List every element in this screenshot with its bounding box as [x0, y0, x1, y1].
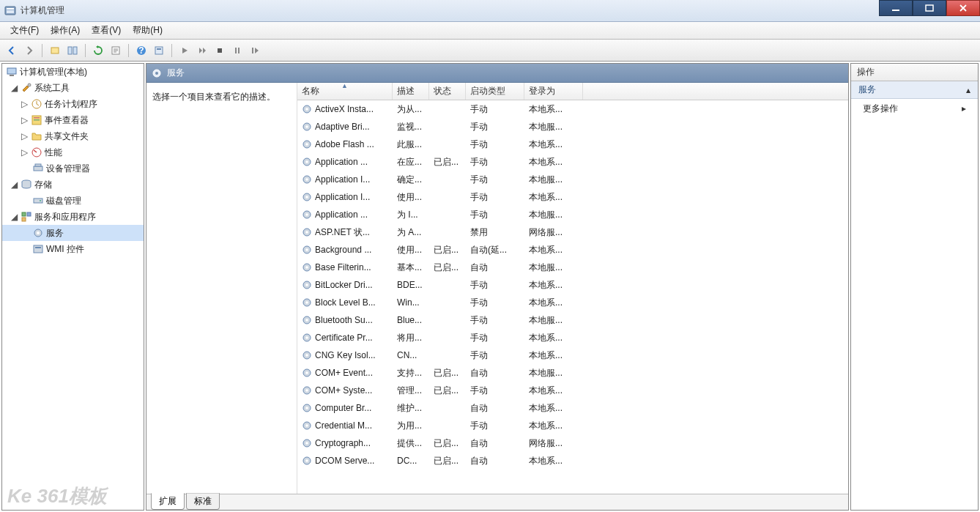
services-header: 服务: [146, 64, 848, 83]
gear-icon: [302, 157, 312, 167]
service-startup-cell: 手动: [466, 174, 524, 186]
service-row[interactable]: Base Filterin...基本...已启...自动本地服...: [297, 259, 848, 276]
service-row[interactable]: CNG Key Isol...CN...手动本地系...: [297, 346, 848, 364]
actions-more[interactable]: 更多操作 ▸: [851, 99, 978, 118]
svg-point-42: [305, 125, 308, 128]
service-name-cell: COM+ Event...: [297, 368, 393, 378]
tree-disk-management[interactable]: 磁盘管理: [2, 193, 144, 209]
service-row[interactable]: Certificate Pr...将用...手动本地系...: [297, 329, 848, 346]
expand-icon[interactable]: ▷: [20, 116, 29, 125]
separator: [42, 44, 42, 57]
tree-systools[interactable]: ◢ 系统工具: [2, 80, 144, 96]
svg-rect-15: [238, 48, 240, 53]
tree-label: 计算机管理(本地): [20, 66, 87, 78]
tree-event-viewer[interactable]: ▷ 事件查看器: [2, 112, 144, 128]
menu-view[interactable]: 查看(V): [86, 22, 127, 39]
expand-icon[interactable]: ▷: [20, 148, 29, 157]
properties-button[interactable]: [152, 43, 166, 58]
service-row[interactable]: Computer Br...维护...自动本地系...: [297, 399, 848, 417]
services-rows[interactable]: ActiveX Insta...为从...手动本地系...Adaptive Br…: [297, 100, 848, 494]
tree-task-scheduler[interactable]: ▷ 任务计划程序: [2, 96, 144, 112]
tree-services-apps[interactable]: ◢ 服务和应用程序: [2, 209, 144, 225]
collapse-icon[interactable]: ◢: [10, 84, 18, 92]
close-button[interactable]: [946, 0, 980, 16]
service-row[interactable]: Credential M...为用...手动本地系...: [297, 417, 848, 434]
pause-button[interactable]: [230, 43, 245, 58]
back-button[interactable]: [4, 43, 19, 58]
console-button[interactable]: [65, 43, 80, 58]
maximize-button[interactable]: [913, 0, 946, 16]
col-logon[interactable]: 登录为: [524, 83, 583, 100]
help-button[interactable]: ?: [134, 43, 149, 58]
service-startup-cell: 手动: [466, 156, 524, 168]
start-all-button[interactable]: [195, 43, 209, 58]
service-row[interactable]: BitLocker Dri...BDE...手动本地系...: [297, 276, 848, 294]
service-desc-cell: 确定...: [393, 174, 429, 186]
tools-icon: [21, 82, 32, 94]
service-name-cell: COM+ Syste...: [297, 385, 393, 396]
service-row[interactable]: Application ...在应...已启...手动本地系...: [297, 153, 848, 171]
stop-button[interactable]: [212, 43, 227, 58]
svg-point-54: [305, 231, 308, 234]
tree-label: 系统工具: [34, 82, 70, 94]
tree-device-manager[interactable]: 设备管理器: [2, 160, 144, 177]
tree-performance[interactable]: ▷ 性能: [2, 144, 144, 160]
collapse-icon[interactable]: ◢: [10, 212, 18, 221]
service-name-cell: Application I...: [297, 192, 393, 202]
col-startup[interactable]: 启动类型: [466, 83, 524, 100]
tab-standard[interactable]: 标准: [186, 493, 220, 510]
collapse-icon[interactable]: ◢: [10, 180, 18, 189]
service-startup-cell: 禁用: [466, 226, 524, 239]
service-row[interactable]: Background ...使用...已启...自动(延...本地系...: [297, 241, 848, 259]
export-button[interactable]: [108, 43, 123, 58]
service-startup-cell: 手动: [466, 191, 524, 204]
service-row[interactable]: Bluetooth Su...Blue...手动本地服...: [297, 311, 848, 329]
refresh-button[interactable]: [91, 43, 105, 58]
service-row[interactable]: Adobe Flash ...此服...手动本地系...: [297, 136, 848, 153]
expand-icon[interactable]: ▷: [20, 132, 29, 141]
service-logon-cell: 本地系...: [524, 385, 583, 397]
main-layout: 计算机管理(本地) ◢ 系统工具 ▷ 任务计划程序 ▷ 事件查看器 ▷ 共享文件…: [0, 62, 980, 512]
service-row[interactable]: Application ...为 I...手动本地服...: [297, 206, 848, 223]
service-row[interactable]: COM+ Syste...管理...已启...手动本地系...: [297, 382, 848, 399]
start-button[interactable]: [177, 43, 192, 58]
collapse-up-icon[interactable]: ▴: [966, 85, 970, 95]
svg-point-50: [305, 196, 308, 199]
service-row[interactable]: COM+ Event...支持...已启...自动本地服...: [297, 364, 848, 382]
col-desc[interactable]: 描述: [393, 83, 429, 100]
tab-extended[interactable]: 扩展: [151, 493, 185, 510]
menu-help[interactable]: 帮助(H): [127, 22, 168, 39]
restart-button[interactable]: [248, 43, 262, 58]
col-name[interactable]: ▲名称: [297, 83, 393, 100]
tree-root[interactable]: 计算机管理(本地): [2, 64, 144, 80]
up-button[interactable]: [48, 43, 62, 58]
tree-storage[interactable]: ◢ 存储: [2, 177, 144, 193]
svg-rect-13: [218, 48, 222, 53]
service-desc-cell: 维护...: [393, 402, 429, 415]
expand-icon[interactable]: ▷: [20, 100, 29, 108]
actions-section[interactable]: 服务 ▴: [851, 81, 978, 99]
gear-icon: [32, 227, 44, 239]
wmi-icon: [32, 243, 44, 255]
svg-point-19: [28, 84, 31, 86]
tree-shared-folders[interactable]: ▷ 共享文件夹: [2, 128, 144, 144]
forward-button[interactable]: [22, 43, 37, 58]
svg-point-46: [305, 160, 308, 163]
service-row[interactable]: ActiveX Insta...为从...手动本地系...: [297, 100, 848, 118]
col-status[interactable]: 状态: [429, 83, 466, 100]
nav-tree[interactable]: 计算机管理(本地) ◢ 系统工具 ▷ 任务计划程序 ▷ 事件查看器 ▷ 共享文件…: [1, 63, 144, 511]
menu-action[interactable]: 操作(A): [45, 22, 86, 39]
service-row[interactable]: Adaptive Bri...监视...手动本地服...: [297, 118, 848, 136]
tree-wmi[interactable]: WMI 控件: [2, 241, 144, 257]
gear-icon: [302, 227, 312, 237]
menu-file[interactable]: 文件(F): [4, 22, 45, 39]
service-row[interactable]: Block Level B...Win...手动本地系...: [297, 294, 848, 311]
tree-services[interactable]: 服务: [2, 225, 144, 241]
service-row[interactable]: Application I...确定...手动本地服...: [297, 171, 848, 188]
service-row[interactable]: ASP.NET 状...为 A...禁用网络服...: [297, 223, 848, 241]
service-row[interactable]: DCOM Serve...DC...已启...自动本地系...: [297, 452, 848, 470]
service-row[interactable]: Cryptograph...提供...已启...自动网络服...: [297, 434, 848, 452]
service-row[interactable]: Application I...使用...手动本地系...: [297, 188, 848, 206]
service-startup-cell: 自动(延...: [466, 244, 524, 256]
minimize-button[interactable]: [879, 0, 913, 16]
